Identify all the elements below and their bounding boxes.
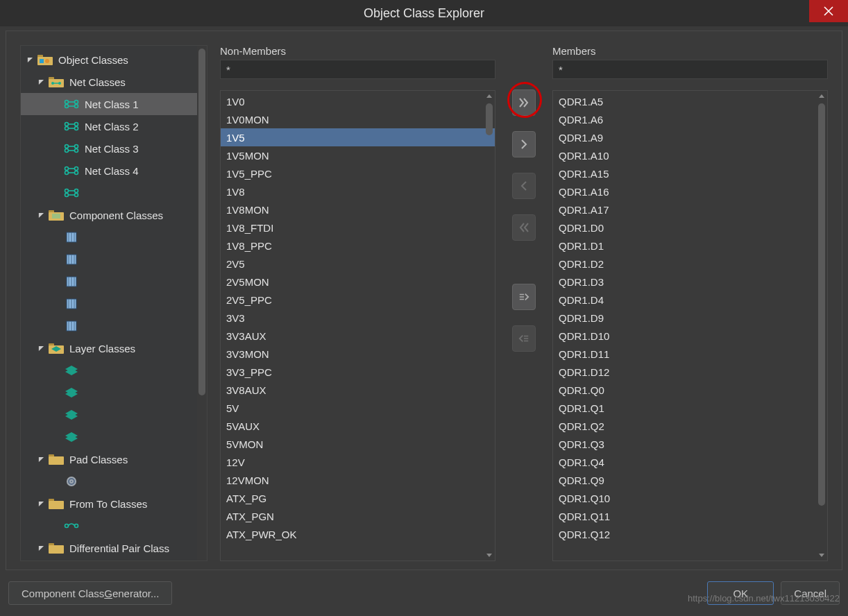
close-button[interactable] xyxy=(809,0,848,22)
list-item[interactable]: QDR1.Q0 xyxy=(553,381,827,399)
list-item[interactable]: 3V3MON xyxy=(221,345,495,363)
scroll-up-icon[interactable] xyxy=(816,91,827,102)
tree-item-componentclass[interactable] xyxy=(21,293,207,315)
tree-pad-classes[interactable]: Pad Classes xyxy=(21,448,207,470)
tree-item-netclass[interactable]: Net Class 3 xyxy=(21,137,207,160)
ok-button[interactable]: OK xyxy=(707,581,774,605)
scroll-down-icon[interactable] xyxy=(816,549,827,561)
list-item[interactable]: 3V3 xyxy=(221,309,495,327)
list-item[interactable]: QDR1.A9 xyxy=(553,128,827,146)
list-item[interactable]: ATX_PGN xyxy=(221,507,495,525)
list-item[interactable]: QDR1.A5 xyxy=(553,92,827,110)
list-item[interactable]: QDR1.Q2 xyxy=(553,417,827,435)
list-item[interactable]: 1V8_FTDI xyxy=(221,219,495,237)
list-item[interactable]: QDR1.D1 xyxy=(553,237,827,255)
list-item[interactable]: QDR1.A17 xyxy=(553,200,827,219)
tree-item-netclass[interactable] xyxy=(21,182,207,204)
tree-item-fromtoclass[interactable] xyxy=(21,515,207,537)
non-members-list[interactable]: 1V01V0MON1V51V5MON1V5_PPC1V81V8MON1V8_FT… xyxy=(220,90,495,561)
list-item[interactable]: 3V3AUX xyxy=(221,327,495,345)
add-selected-objects-button[interactable] xyxy=(512,284,536,310)
list-item[interactable]: 1V8MON xyxy=(221,200,495,219)
list-item[interactable]: QDR1.Q12 xyxy=(553,525,827,543)
tree-item-netclass[interactable]: Net Class 1 xyxy=(21,93,207,115)
list-item[interactable]: 5VAUX xyxy=(221,417,495,435)
list-item[interactable]: QDR1.Q4 xyxy=(553,453,827,471)
list-item[interactable]: 1V0 xyxy=(221,92,495,110)
tree-item-componentclass[interactable] xyxy=(21,271,207,293)
scroll-down-icon[interactable] xyxy=(484,549,495,561)
list-scrollbar[interactable] xyxy=(484,91,495,561)
component-class-generator-button[interactable]: Component Class Generator... xyxy=(8,581,172,605)
list-item[interactable]: QDR1.Q3 xyxy=(553,435,827,453)
members-list[interactable]: QDR1.A5QDR1.A6QDR1.A9QDR1.A10QDR1.A15QDR… xyxy=(552,90,828,561)
members-filter-input[interactable] xyxy=(552,60,828,79)
label-post: enerator... xyxy=(112,588,160,599)
label-pre: Component Class xyxy=(22,588,104,599)
list-item[interactable]: 1V8 xyxy=(221,182,495,200)
remove-selected-objects-button[interactable] xyxy=(512,325,536,352)
list-item[interactable]: QDR1.A16 xyxy=(553,182,827,200)
cancel-button[interactable]: Cancel xyxy=(781,581,840,605)
tree-item-padclass[interactable] xyxy=(21,470,207,493)
chevron-right-icon xyxy=(518,139,529,150)
tree-item-netclass[interactable]: Net Class 2 xyxy=(21,115,207,137)
list-item[interactable]: QDR1.D0 xyxy=(553,219,827,237)
tree-scrollbar[interactable] xyxy=(197,46,207,561)
list-item[interactable]: QDR1.Q9 xyxy=(553,471,827,489)
tree-item-layerclass[interactable] xyxy=(21,382,207,404)
list-item[interactable]: QDR1.A6 xyxy=(553,110,827,128)
list-item[interactable]: QDR1.D2 xyxy=(553,255,827,273)
list-item[interactable]: QDR1.Q10 xyxy=(553,489,827,507)
tree-layer-classes[interactable]: Layer Classes xyxy=(21,337,207,359)
list-item[interactable]: 1V5_PPC xyxy=(221,164,495,182)
list-item[interactable]: 3V3_PPC xyxy=(221,363,495,381)
tree-item-componentclass[interactable] xyxy=(21,315,207,337)
list-item[interactable]: 1V0MON xyxy=(221,110,495,128)
non-members-filter-input[interactable] xyxy=(220,60,495,79)
list-item[interactable]: QDR1.D9 xyxy=(553,309,827,327)
tree-item-layerclass[interactable] xyxy=(21,426,207,448)
list-item[interactable]: 1V8_PPC xyxy=(221,237,495,255)
list-item[interactable]: 2V5 xyxy=(221,255,495,273)
list-item[interactable]: QDR1.D10 xyxy=(553,327,827,345)
list-item[interactable]: QDR1.Q1 xyxy=(553,399,827,417)
list-item[interactable]: 1V5MON xyxy=(221,146,495,164)
tree-root-object-classes[interactable]: Object Classes xyxy=(21,49,207,71)
add-all-button[interactable] xyxy=(512,89,536,116)
list-scrollbar[interactable] xyxy=(816,91,827,561)
remove-all-button[interactable] xyxy=(512,214,536,241)
list-item[interactable]: QDR1.D11 xyxy=(553,345,827,363)
tree-net-classes[interactable]: Net Classes xyxy=(21,71,207,93)
list-item[interactable]: QDR1.A15 xyxy=(553,164,827,182)
list-item[interactable]: ATX_PWR_OK xyxy=(221,525,495,543)
list-item[interactable]: QDR1.A10 xyxy=(553,146,827,164)
layer-icon xyxy=(62,386,80,400)
double-chevron-right-icon xyxy=(518,97,529,108)
tree-fromto-classes[interactable]: From To Classes xyxy=(21,493,207,515)
list-item[interactable]: 12VMON xyxy=(221,471,495,489)
list-item[interactable]: QDR1.D4 xyxy=(553,291,827,309)
list-item[interactable]: ATX_PG xyxy=(221,489,495,507)
list-item[interactable]: 3V8AUX xyxy=(221,381,495,399)
non-members-header: Non-Members xyxy=(220,45,495,57)
list-item[interactable]: QDR1.D3 xyxy=(553,273,827,291)
tree-item-componentclass[interactable] xyxy=(21,226,207,248)
list-item[interactable]: QDR1.Q11 xyxy=(553,507,827,525)
list-item[interactable]: 5V xyxy=(221,399,495,417)
list-item[interactable]: 2V5_PPC xyxy=(221,291,495,309)
tree-item-layerclass[interactable] xyxy=(21,404,207,426)
tree-item-componentclass[interactable] xyxy=(21,248,207,271)
tree-diffpair-classes[interactable]: Differential Pair Class xyxy=(21,537,207,559)
tree-item-netclass[interactable]: Net Class 4 xyxy=(21,160,207,182)
list-item[interactable]: 2V5MON xyxy=(221,273,495,291)
tree-item-layerclass[interactable] xyxy=(21,359,207,382)
scroll-up-icon[interactable] xyxy=(484,91,495,102)
list-item[interactable]: QDR1.D12 xyxy=(553,363,827,381)
tree-component-classes[interactable]: Component Classes xyxy=(21,204,207,226)
add-button[interactable] xyxy=(512,131,536,157)
list-item[interactable]: 1V5 xyxy=(221,128,495,146)
remove-button[interactable] xyxy=(512,173,536,199)
list-item[interactable]: 5VMON xyxy=(221,435,495,453)
list-item[interactable]: 12V xyxy=(221,453,495,471)
